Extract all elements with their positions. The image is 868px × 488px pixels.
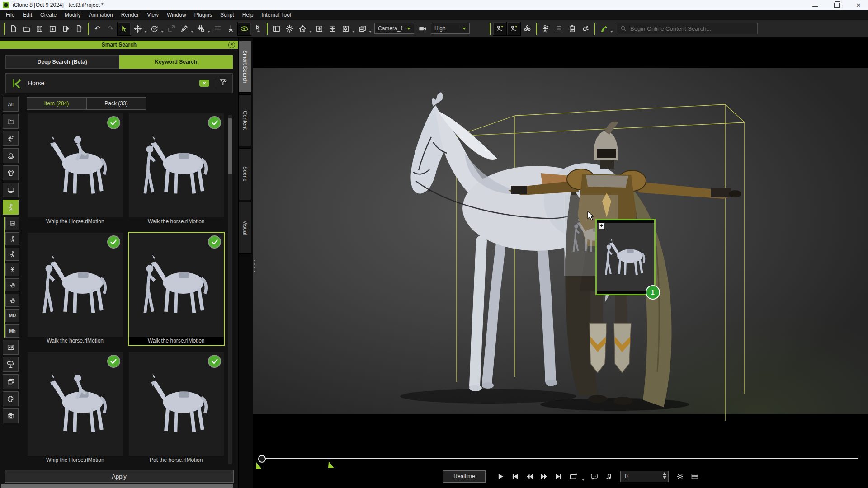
subcategory-jump-button[interactable] <box>5 263 19 276</box>
result-item[interactable]: Whip the Horse.rlMotion <box>27 113 124 226</box>
clipboard-button[interactable] <box>566 22 579 35</box>
panel-resize-grip[interactable] <box>254 260 255 272</box>
item-thumbnail[interactable] <box>129 233 224 337</box>
flag-button[interactable] <box>552 22 566 35</box>
category-motion-button[interactable] <box>3 200 19 215</box>
tab-item[interactable]: Item (284) <box>27 97 86 110</box>
result-item-selected[interactable]: Walk the horse.rlMotion <box>128 232 225 346</box>
apply-button[interactable]: Apply <box>5 470 234 483</box>
item-thumbnail[interactable] <box>28 352 123 456</box>
restore-button[interactable] <box>834 2 840 8</box>
minimize-button[interactable] <box>812 2 818 8</box>
dropdown-caret[interactable] <box>208 31 210 33</box>
frame-spinbox[interactable]: 0 <box>620 471 669 482</box>
pivot-gizmo-button[interactable] <box>339 22 352 35</box>
dropdown-caret[interactable] <box>144 31 147 33</box>
subcategory-card-button[interactable] <box>5 217 19 230</box>
item-thumbnail[interactable] <box>129 352 224 456</box>
fast-forward-button[interactable] <box>538 471 550 482</box>
category-screens-button[interactable] <box>3 374 19 389</box>
link-tool-button[interactable] <box>178 22 191 35</box>
menu-script[interactable]: Script <box>216 10 238 20</box>
online-search-input[interactable] <box>629 25 754 33</box>
home-view-button[interactable] <box>296 22 309 35</box>
menu-internal-tool[interactable]: Internal Tool <box>257 10 295 20</box>
category-materials-button[interactable] <box>3 391 19 406</box>
rotate-tool-button[interactable] <box>148 22 161 35</box>
export-usb-button[interactable] <box>72 22 85 35</box>
result-item[interactable]: Whip the Horse.rlMotion <box>27 351 124 465</box>
play-button[interactable] <box>495 471 506 482</box>
item-thumbnail[interactable] <box>28 233 123 337</box>
keyword-search-input[interactable] <box>27 79 195 87</box>
side-tab-smart-search[interactable]: Smart Search <box>239 41 251 93</box>
timeline-marker[interactable] <box>256 462 262 469</box>
go-to-start-button[interactable] <box>509 471 521 482</box>
dropdown-caret[interactable] <box>369 31 372 33</box>
side-tab-scene[interactable]: Scene <box>239 148 251 200</box>
realtime-button[interactable]: Realtime <box>443 470 486 483</box>
undo-button[interactable]: ↶ <box>91 22 104 35</box>
subcategory-run-button[interactable] <box>5 248 19 261</box>
ik-pose-a-button[interactable] <box>493 22 507 36</box>
dropdown-caret[interactable] <box>161 31 164 33</box>
transform-flag-button[interactable] <box>251 22 264 35</box>
camera-select[interactable]: Camera_1 <box>374 23 414 34</box>
result-item[interactable]: Walk the horse.rlMotion <box>27 232 124 346</box>
scrollbar-thumb[interactable] <box>228 118 232 174</box>
result-item[interactable]: Pat the horse.rlMotion <box>128 351 225 465</box>
visibility-button[interactable] <box>237 22 251 36</box>
timeline-track[interactable] <box>259 458 858 459</box>
loop-range-button[interactable] <box>567 471 579 482</box>
category-folder-button[interactable] <box>3 114 19 129</box>
scale-tool-button[interactable] <box>165 22 178 35</box>
panel-horizontal-scrollbar[interactable] <box>1 484 237 488</box>
drag-preview-box[interactable]: + 1 <box>595 219 656 295</box>
speech-button[interactable] <box>589 471 600 482</box>
gizmo-settings-button[interactable] <box>579 22 592 35</box>
subcategory-hand-button[interactable] <box>5 294 19 307</box>
spin-up-icon[interactable] <box>663 472 666 475</box>
category-camera-button[interactable] <box>3 408 19 423</box>
item-thumbnail[interactable] <box>28 113 123 217</box>
subcategory-motion-director-button[interactable]: MD <box>5 309 19 322</box>
camcorder-button[interactable] <box>416 22 429 35</box>
timeline-playhead[interactable] <box>258 455 266 463</box>
move-tool-button[interactable] <box>131 22 144 35</box>
menu-file[interactable]: File <box>2 10 19 20</box>
menu-help[interactable]: Help <box>238 10 258 20</box>
filter-button[interactable] <box>219 78 228 89</box>
snap-tool-button[interactable] <box>194 22 208 35</box>
new-project-button[interactable] <box>7 22 20 35</box>
category-avatar-button[interactable] <box>3 148 19 163</box>
rewind-button[interactable] <box>524 471 535 482</box>
move-gizmo-button[interactable] <box>326 22 339 35</box>
subcategory-walk-button[interactable] <box>5 232 19 245</box>
tab-deep-search[interactable]: Deep Search (Beta) <box>5 55 119 69</box>
close-button[interactable]: ✕ <box>855 2 862 8</box>
go-to-end-button[interactable] <box>553 471 564 482</box>
audio-button[interactable] <box>603 471 614 482</box>
menu-view[interactable]: View <box>143 10 163 20</box>
menu-edit[interactable]: Edit <box>19 10 36 20</box>
scrollbar-thumb[interactable] <box>1 484 233 488</box>
timeline-marker[interactable] <box>328 461 334 468</box>
subcategory-gesture-button[interactable] <box>5 278 19 291</box>
menu-animation[interactable]: Animation <box>85 10 117 20</box>
align-tool-button[interactable] <box>211 22 224 35</box>
panel-close-button[interactable]: ✕ <box>228 42 235 48</box>
redo-button[interactable]: ↷ <box>104 22 117 35</box>
result-item[interactable]: Walk the horse.rlMotion <box>128 113 225 226</box>
actor-button[interactable] <box>539 22 552 35</box>
clear-search-button[interactable]: ✕ <box>199 80 209 87</box>
menu-create[interactable]: Create <box>36 10 61 20</box>
category-clothes-button[interactable] <box>3 165 19 180</box>
drop-to-floor-button[interactable] <box>313 22 326 35</box>
quality-select[interactable]: High <box>431 23 470 34</box>
keyword-search-box[interactable]: ✕ <box>5 73 233 93</box>
side-tab-visual[interactable]: Visual <box>239 202 251 254</box>
timeline-toggle-button[interactable] <box>689 471 700 482</box>
dropdown-caret[interactable] <box>352 31 355 33</box>
item-thumbnail[interactable] <box>129 113 224 217</box>
category-all-button[interactable]: All <box>3 97 19 112</box>
